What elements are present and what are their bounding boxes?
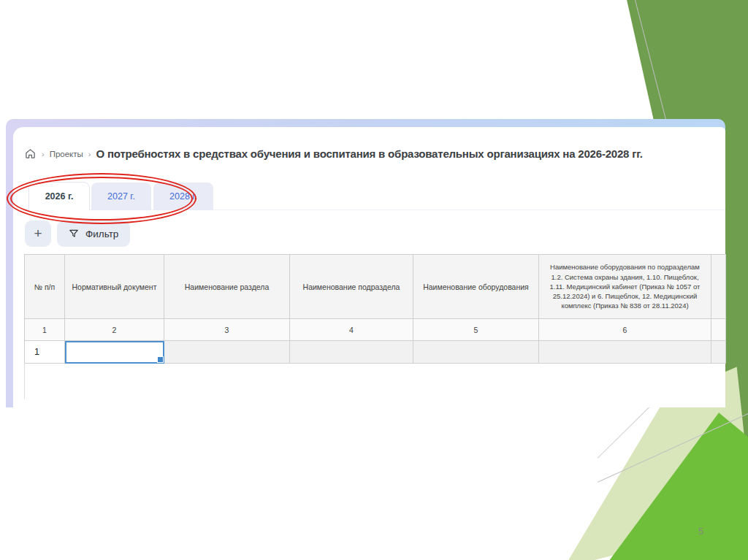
- column-header-document: Нормативный документ: [65, 255, 164, 319]
- breadcrumb-item-projects[interactable]: Проекты: [50, 150, 83, 158]
- breadcrumb: › Проекты › О потребностях в средствах о…: [25, 147, 643, 160]
- tab-2026[interactable]: 2026 г.: [29, 183, 89, 210]
- home-icon[interactable]: [25, 148, 37, 160]
- tab-2028[interactable]: 2028 г.: [153, 183, 213, 210]
- slide-page-number: 5: [698, 526, 703, 537]
- column-header-section: Наименование раздела: [164, 255, 290, 319]
- table-cell-partial[interactable]: [711, 341, 726, 364]
- app-screenshot: › Проекты › О потребностях в средствах о…: [6, 119, 725, 407]
- filter-button-label: Фильтр: [85, 229, 118, 239]
- year-tabbar: 2026 г. 2027 г. 2028 г.: [29, 183, 213, 210]
- selection-fill-handle[interactable]: [157, 356, 164, 363]
- funnel-icon: [69, 229, 79, 239]
- column-number: 2: [65, 319, 164, 341]
- diagonal-line: [598, 406, 651, 459]
- add-row-button[interactable]: +: [25, 220, 51, 247]
- table-toolbar: + Фильтр: [25, 220, 130, 247]
- column-number: 6: [539, 319, 711, 341]
- page-title: О потребностях в средствах обучения и во…: [96, 147, 643, 160]
- column-number: 4: [290, 319, 413, 341]
- app-content-card: › Проекты › О потребностях в средствах о…: [13, 127, 725, 407]
- table-cell[interactable]: [539, 341, 711, 364]
- row-index-cell[interactable]: 1: [25, 341, 65, 364]
- column-header-partial: [711, 255, 726, 319]
- table-left-edge-line: [24, 363, 25, 399]
- presentation-slide: › Проекты › О потребностях в средствах о…: [0, 0, 748, 560]
- table-cell[interactable]: [413, 341, 539, 364]
- column-number: 5: [413, 319, 539, 341]
- column-header-equipment-by-subsection: Наименование оборудования по подразделам…: [539, 255, 711, 319]
- column-header-num: № п/п: [25, 255, 65, 319]
- column-number-partial: [711, 319, 726, 341]
- column-number: 3: [164, 319, 290, 341]
- data-table: № п/п Нормативный документ Наименование …: [24, 254, 726, 364]
- table-cell[interactable]: [290, 341, 413, 364]
- breadcrumb-separator: ›: [88, 150, 91, 158]
- filter-button[interactable]: Фильтр: [57, 220, 130, 247]
- table-cell[interactable]: [164, 341, 290, 364]
- selected-cell-document[interactable]: [65, 341, 164, 364]
- diagonal-line: [635, 0, 666, 120]
- breadcrumb-separator: ›: [42, 150, 45, 158]
- column-number: 1: [25, 319, 65, 341]
- diagonal-line: [598, 413, 748, 482]
- tab-2027[interactable]: 2027 г.: [91, 183, 151, 210]
- column-header-equipment: Наименование оборудования: [413, 255, 539, 319]
- column-header-subsection: Наименование подраздела: [290, 255, 413, 319]
